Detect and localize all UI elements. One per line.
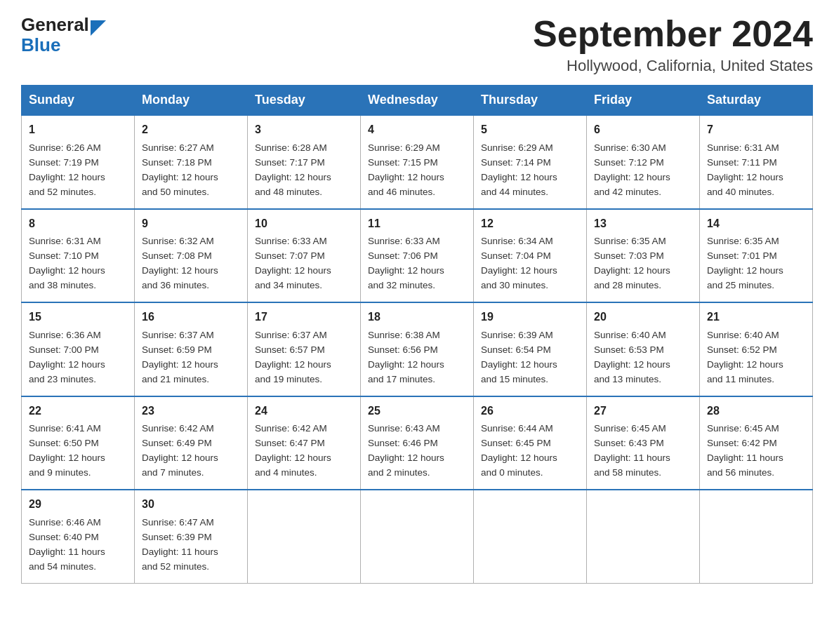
day-number: 13: [594, 215, 692, 233]
day-cell-13: 13Sunrise: 6:35 AMSunset: 7:03 PMDayligh…: [587, 209, 700, 302]
day-info: Sunrise: 6:44 AMSunset: 6:45 PMDaylight:…: [481, 422, 579, 481]
day-cell-1: 1Sunrise: 6:26 AMSunset: 7:19 PMDaylight…: [22, 115, 135, 208]
day-number: 23: [142, 403, 240, 420]
day-number: 29: [29, 496, 127, 514]
day-info: Sunrise: 6:31 AMSunset: 7:10 PMDaylight:…: [29, 234, 127, 293]
day-info: Sunrise: 6:39 AMSunset: 6:54 PMDaylight:…: [481, 328, 579, 387]
day-number: 3: [255, 121, 353, 139]
logo-blue: Blue: [21, 34, 60, 55]
empty-cell: [248, 490, 361, 583]
day-cell-20: 20Sunrise: 6:40 AMSunset: 6:53 PMDayligh…: [587, 302, 700, 396]
day-number: 21: [707, 309, 805, 326]
day-cell-12: 12Sunrise: 6:34 AMSunset: 7:04 PMDayligh…: [474, 209, 587, 302]
day-number: 9: [142, 215, 240, 233]
day-info: Sunrise: 6:41 AMSunset: 6:50 PMDaylight:…: [29, 422, 127, 481]
day-cell-27: 27Sunrise: 6:45 AMSunset: 6:43 PMDayligh…: [587, 396, 700, 490]
day-number: 22: [29, 403, 127, 420]
day-number: 18: [368, 309, 466, 326]
day-number: 16: [142, 309, 240, 326]
day-info: Sunrise: 6:26 AMSunset: 7:19 PMDaylight:…: [29, 141, 127, 200]
day-cell-23: 23Sunrise: 6:42 AMSunset: 6:49 PMDayligh…: [135, 396, 248, 490]
week-row-4: 22Sunrise: 6:41 AMSunset: 6:50 PMDayligh…: [22, 396, 813, 490]
day-info: Sunrise: 6:28 AMSunset: 7:17 PMDaylight:…: [255, 141, 353, 200]
day-number: 30: [142, 496, 240, 514]
day-header-tuesday: Tuesday: [248, 86, 361, 116]
day-header-thursday: Thursday: [474, 86, 587, 116]
logo: General Blue: [21, 14, 106, 56]
day-number: 15: [29, 309, 127, 326]
day-info: Sunrise: 6:29 AMSunset: 7:14 PMDaylight:…: [481, 141, 579, 200]
day-info: Sunrise: 6:37 AMSunset: 6:59 PMDaylight:…: [142, 328, 240, 387]
day-number: 6: [594, 121, 692, 139]
day-cell-24: 24Sunrise: 6:42 AMSunset: 6:47 PMDayligh…: [248, 396, 361, 490]
day-cell-25: 25Sunrise: 6:43 AMSunset: 6:46 PMDayligh…: [361, 396, 474, 490]
calendar-title: September 2024: [533, 14, 813, 54]
day-number: 25: [368, 403, 466, 420]
day-header-wednesday: Wednesday: [361, 86, 474, 116]
week-row-2: 8Sunrise: 6:31 AMSunset: 7:10 PMDaylight…: [22, 209, 813, 302]
week-row-5: 29Sunrise: 6:46 AMSunset: 6:40 PMDayligh…: [22, 490, 813, 583]
week-row-1: 1Sunrise: 6:26 AMSunset: 7:19 PMDaylight…: [22, 115, 813, 208]
day-cell-10: 10Sunrise: 6:33 AMSunset: 7:07 PMDayligh…: [248, 209, 361, 302]
day-cell-2: 2Sunrise: 6:27 AMSunset: 7:18 PMDaylight…: [135, 115, 248, 208]
day-info: Sunrise: 6:29 AMSunset: 7:15 PMDaylight:…: [368, 141, 466, 200]
day-cell-17: 17Sunrise: 6:37 AMSunset: 6:57 PMDayligh…: [248, 302, 361, 396]
day-header-monday: Monday: [135, 86, 248, 116]
calendar-table: SundayMondayTuesdayWednesdayThursdayFrid…: [21, 85, 813, 583]
day-info: Sunrise: 6:35 AMSunset: 7:03 PMDaylight:…: [594, 234, 692, 293]
day-number: 4: [368, 121, 466, 139]
day-number: 28: [707, 403, 805, 420]
empty-cell: [700, 490, 813, 583]
day-info: Sunrise: 6:36 AMSunset: 7:00 PMDaylight:…: [29, 328, 127, 387]
day-info: Sunrise: 6:40 AMSunset: 6:52 PMDaylight:…: [707, 328, 805, 387]
day-cell-22: 22Sunrise: 6:41 AMSunset: 6:50 PMDayligh…: [22, 396, 135, 490]
day-info: Sunrise: 6:40 AMSunset: 6:53 PMDaylight:…: [594, 328, 692, 387]
calendar-subtitle: Hollywood, California, United States: [533, 57, 813, 75]
day-header-sunday: Sunday: [22, 86, 135, 116]
day-number: 14: [707, 215, 805, 233]
empty-cell: [361, 490, 474, 583]
day-number: 5: [481, 121, 579, 139]
day-number: 12: [481, 215, 579, 233]
day-cell-26: 26Sunrise: 6:44 AMSunset: 6:45 PMDayligh…: [474, 396, 587, 490]
day-number: 17: [255, 309, 353, 326]
day-cell-30: 30Sunrise: 6:47 AMSunset: 6:39 PMDayligh…: [135, 490, 248, 583]
day-cell-3: 3Sunrise: 6:28 AMSunset: 7:17 PMDaylight…: [248, 115, 361, 208]
day-cell-6: 6Sunrise: 6:30 AMSunset: 7:12 PMDaylight…: [587, 115, 700, 208]
week-row-3: 15Sunrise: 6:36 AMSunset: 7:00 PMDayligh…: [22, 302, 813, 396]
day-number: 8: [29, 215, 127, 233]
day-number: 2: [142, 121, 240, 139]
day-cell-29: 29Sunrise: 6:46 AMSunset: 6:40 PMDayligh…: [22, 490, 135, 583]
day-cell-14: 14Sunrise: 6:35 AMSunset: 7:01 PMDayligh…: [700, 209, 813, 302]
day-cell-7: 7Sunrise: 6:31 AMSunset: 7:11 PMDaylight…: [700, 115, 813, 208]
day-cell-11: 11Sunrise: 6:33 AMSunset: 7:06 PMDayligh…: [361, 209, 474, 302]
day-number: 10: [255, 215, 353, 233]
day-number: 26: [481, 403, 579, 420]
day-info: Sunrise: 6:42 AMSunset: 6:49 PMDaylight:…: [142, 422, 240, 481]
day-info: Sunrise: 6:47 AMSunset: 6:39 PMDaylight:…: [142, 516, 240, 575]
day-number: 11: [368, 215, 466, 233]
empty-cell: [474, 490, 587, 583]
day-cell-16: 16Sunrise: 6:37 AMSunset: 6:59 PMDayligh…: [135, 302, 248, 396]
page-header: General Blue September 2024 Hollywood, C…: [21, 14, 813, 75]
day-info: Sunrise: 6:45 AMSunset: 6:42 PMDaylight:…: [707, 422, 805, 481]
day-number: 20: [594, 309, 692, 326]
day-info: Sunrise: 6:42 AMSunset: 6:47 PMDaylight:…: [255, 422, 353, 481]
day-info: Sunrise: 6:30 AMSunset: 7:12 PMDaylight:…: [594, 141, 692, 200]
day-info: Sunrise: 6:38 AMSunset: 6:56 PMDaylight:…: [368, 328, 466, 387]
logo-icon: [91, 20, 106, 36]
day-info: Sunrise: 6:35 AMSunset: 7:01 PMDaylight:…: [707, 234, 805, 293]
day-cell-9: 9Sunrise: 6:32 AMSunset: 7:08 PMDaylight…: [135, 209, 248, 302]
day-header-friday: Friday: [587, 86, 700, 116]
svg-marker-0: [91, 20, 106, 36]
day-info: Sunrise: 6:27 AMSunset: 7:18 PMDaylight:…: [142, 141, 240, 200]
day-info: Sunrise: 6:37 AMSunset: 6:57 PMDaylight:…: [255, 328, 353, 387]
day-info: Sunrise: 6:34 AMSunset: 7:04 PMDaylight:…: [481, 234, 579, 293]
day-number: 24: [255, 403, 353, 420]
day-info: Sunrise: 6:33 AMSunset: 7:07 PMDaylight:…: [255, 234, 353, 293]
day-cell-28: 28Sunrise: 6:45 AMSunset: 6:42 PMDayligh…: [700, 396, 813, 490]
day-info: Sunrise: 6:46 AMSunset: 6:40 PMDaylight:…: [29, 516, 127, 575]
day-info: Sunrise: 6:33 AMSunset: 7:06 PMDaylight:…: [368, 234, 466, 293]
day-info: Sunrise: 6:45 AMSunset: 6:43 PMDaylight:…: [594, 422, 692, 481]
day-info: Sunrise: 6:43 AMSunset: 6:46 PMDaylight:…: [368, 422, 466, 481]
